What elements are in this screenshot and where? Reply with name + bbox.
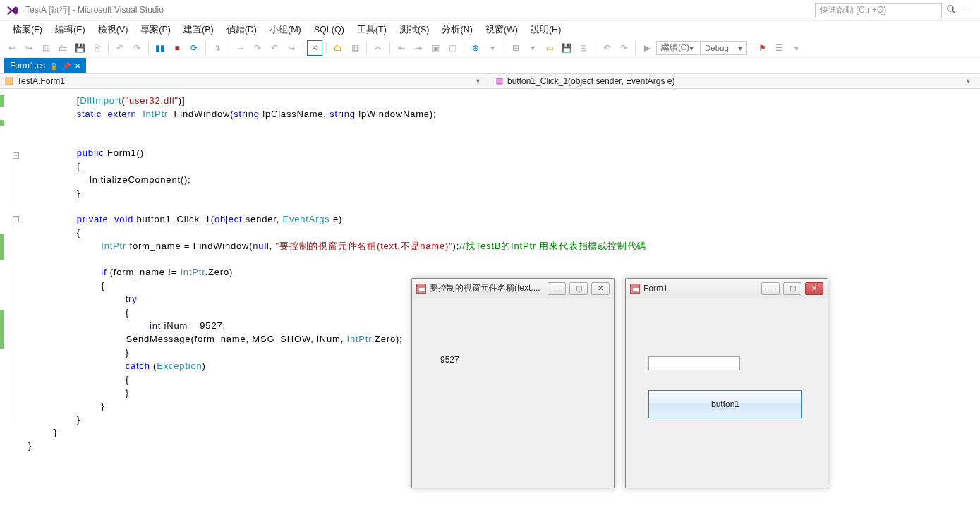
misc3-icon[interactable]: ▭ — [542, 40, 557, 56]
continue-button[interactable]: 繼續(C) ▾ — [656, 41, 698, 55]
misc2-icon[interactable]: ▾ — [525, 40, 540, 56]
svg-rect-3 — [497, 78, 502, 84]
stop-icon[interactable]: ■ — [169, 40, 185, 56]
open-icon[interactable]: 🗁 — [55, 40, 71, 56]
menu-test[interactable]: 測試(S) — [394, 23, 435, 37]
menu-view[interactable]: 檢視(V) — [92, 23, 134, 37]
menu-edit[interactable]: 編輯(E) — [49, 23, 91, 37]
menu-team[interactable]: 小組(M) — [264, 23, 307, 37]
props-icon[interactable]: ▦ — [347, 40, 363, 56]
nav-fwd-icon[interactable]: ↪ — [21, 40, 37, 56]
menu-project[interactable]: 專案(P) — [135, 23, 176, 37]
step-back-icon[interactable]: ↪ — [284, 40, 299, 56]
sep — [504, 42, 504, 54]
app-icon — [416, 284, 426, 294]
config-select[interactable]: Debug ▾ — [700, 41, 747, 55]
misc1-icon[interactable]: ⊞ — [508, 40, 524, 56]
restart-icon[interactable]: ⟳ — [186, 40, 202, 56]
svg-point-0 — [948, 6, 953, 11]
sep — [595, 42, 595, 54]
tab-row: Form1.cs 🔒 📌 ✕ — [0, 58, 980, 73]
minimize-button[interactable]: — — [761, 282, 780, 295]
sep — [148, 42, 149, 54]
maximize-button[interactable]: ▢ — [569, 282, 588, 295]
hex-toggle-icon[interactable]: ✕ — [307, 40, 322, 56]
minimize-icon[interactable]: — — [956, 5, 976, 16]
cut-icon[interactable]: ✂ — [370, 40, 386, 56]
menu-help[interactable]: 說明(H) — [525, 23, 567, 37]
quick-launch-placeholder: 快速啟動 (Ctrl+Q) — [820, 4, 886, 16]
sep — [464, 42, 464, 54]
nav-member-label: button1_Click_1(object sender, EventArgs… — [507, 76, 674, 86]
menu-build[interactable]: 建置(B) — [178, 23, 219, 37]
play-icon[interactable]: ▶ — [639, 40, 655, 56]
popup1-titlebar[interactable]: 要控制的視窗元件名稱(text,... — ▢ ✕ — [412, 279, 614, 298]
new-item-icon[interactable]: ▤ — [38, 40, 54, 56]
undo-icon[interactable]: ↶ — [112, 40, 128, 56]
popup2-titlebar[interactable]: Form1 — ▢ ✕ — [626, 279, 828, 298]
comment-icon[interactable]: ▣ — [428, 40, 443, 56]
tab-label: Form1.cs — [10, 61, 45, 71]
redo2-icon[interactable]: ↷ — [616, 40, 631, 56]
fold-icon[interactable]: − — [13, 152, 19, 159]
more-icon[interactable]: ▾ — [789, 40, 804, 56]
menu-tools[interactable]: 工具(T) — [351, 23, 392, 37]
pin-icon[interactable]: 📌 — [62, 62, 71, 70]
sep — [108, 42, 109, 54]
nav-type-select[interactable]: TestA.Form1 ▼ — [0, 76, 490, 86]
popup2-body: button1 — [626, 298, 828, 488]
saveall-icon[interactable]: ⎘ — [89, 40, 104, 56]
menu-sql[interactable]: SQL(Q) — [308, 23, 350, 36]
popup-form1-window[interactable]: Form1 — ▢ ✕ button1 — [625, 278, 828, 488]
close-button[interactable]: ✕ — [805, 282, 823, 295]
flag-icon[interactable]: ⚑ — [755, 40, 770, 56]
sep — [389, 42, 390, 54]
close-icon[interactable]: ✕ — [75, 62, 80, 70]
nav-back-icon[interactable]: ↩ — [4, 40, 20, 56]
sep — [229, 42, 229, 54]
browser-icon[interactable]: ⊕ — [468, 40, 483, 56]
step-out-icon[interactable]: ↶ — [267, 40, 282, 56]
fold-icon[interactable]: − — [13, 216, 19, 222]
sep — [366, 42, 367, 54]
step-over-icon[interactable]: ↷ — [250, 40, 265, 56]
menu-window[interactable]: 視窗(W) — [480, 23, 524, 37]
attach-icon[interactable]: ▾ — [485, 40, 500, 56]
folder-icon[interactable]: 🗀 — [330, 40, 346, 56]
window-title: TestA [執行] - Microsoft Visual Studio — [25, 4, 164, 16]
search-icon[interactable] — [946, 4, 956, 16]
menu-debug[interactable]: 偵錯(D) — [221, 23, 262, 37]
popup2-button1[interactable]: button1 — [648, 390, 802, 418]
sep — [751, 42, 751, 54]
stack-icon[interactable]: ☰ — [772, 40, 787, 56]
step-icon[interactable]: ↴ — [210, 40, 225, 56]
step-into-icon[interactable]: → — [233, 40, 248, 56]
misc5-icon[interactable]: ⊟ — [576, 40, 591, 56]
misc4-icon[interactable]: 💾 — [559, 40, 574, 56]
quick-launch-input[interactable]: 快速啟動 (Ctrl+Q) — [815, 3, 942, 18]
save-icon[interactable]: 💾 — [72, 40, 87, 56]
redo-icon[interactable]: ↷ — [129, 40, 145, 56]
close-button[interactable]: ✕ — [591, 282, 610, 295]
continue-label: 繼續(C) — [661, 42, 689, 53]
class-icon — [4, 76, 14, 86]
uncomment-icon[interactable]: ▢ — [444, 40, 460, 56]
svg-rect-2 — [6, 78, 13, 85]
indent-icon[interactable]: ⇤ — [394, 40, 409, 56]
maximize-button[interactable]: ▢ — [783, 282, 801, 295]
tab-form1cs[interactable]: Form1.cs 🔒 📌 ✕ — [4, 58, 86, 73]
undo2-icon[interactable]: ↶ — [599, 40, 615, 56]
pause-icon[interactable]: ▮▮ — [152, 40, 168, 56]
titlebar: TestA [執行] - Microsoft Visual Studio 快速啟… — [0, 0, 980, 21]
menu-file[interactable]: 檔案(F) — [7, 23, 48, 37]
method-icon — [495, 76, 504, 86]
outdent-icon[interactable]: ⇥ — [411, 40, 426, 56]
vs-logo-icon — [4, 3, 20, 18]
nav-member-select[interactable]: button1_Click_1(object sender, EventArgs… — [490, 76, 980, 86]
popup-testb-window[interactable]: 要控制的視窗元件名稱(text,... — ▢ ✕ 9527 — [411, 278, 615, 488]
gutter: − − — [0, 89, 21, 532]
menu-analyze[interactable]: 分析(N) — [436, 23, 478, 37]
popup2-textbox[interactable] — [648, 356, 740, 370]
toolbar: ↩ ↪ ▤ 🗁 💾 ⎘ ↶ ↷ ▮▮ ■ ⟳ ↴ → ↷ ↶ ↪ ✕ 🗀 ▦ ✂… — [0, 38, 980, 58]
minimize-button[interactable]: — — [548, 282, 566, 295]
